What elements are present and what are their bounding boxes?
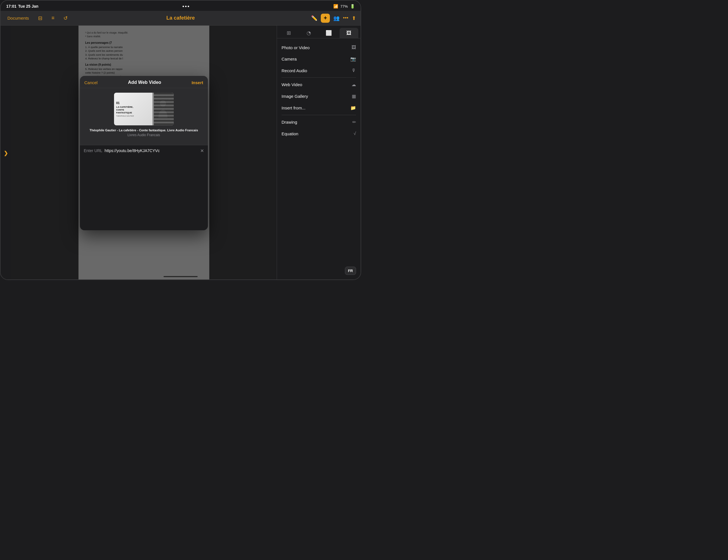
url-input[interactable] [105, 148, 198, 153]
chart-icon: ◔ [307, 30, 311, 36]
documents-button[interactable]: Documents [5, 15, 31, 22]
video-text-area: 01 LA CAFETIÈRE,CONTEFANTASTIQUE THÉOPHI… [114, 93, 152, 125]
pen-button[interactable]: ✏️ [311, 15, 317, 21]
fr-badge[interactable]: FR [345, 267, 356, 275]
video-author: THÉOPHILE GAUTIER [116, 115, 134, 117]
image-gallery-icon: ▦ [352, 94, 356, 99]
toolbar: Documents ⊟ ≡ ↺ La cafetière ✏️ + 👥 ••• … [1, 11, 361, 26]
modal-insert-button[interactable]: Insert [192, 80, 203, 85]
document-title: La cafetière [166, 15, 195, 21]
panel-tabs: ⊞ ◔ ⬜ 🖼 [277, 26, 361, 38]
status-right: 📶 77% 🔋 [333, 4, 355, 9]
document-area: ¹ Qui a du fard sur le visage. Maquillé.… [11, 26, 277, 280]
list-view-button[interactable]: ≡ [49, 14, 57, 22]
camera-label: Camera [282, 57, 297, 61]
menu-item-camera[interactable]: Camera 📷 [277, 53, 361, 65]
modal-header: Cancel Add Web Video Insert [80, 76, 208, 88]
add-button[interactable]: + [321, 14, 330, 23]
video-short-title: LA CAFETIÈRE,CONTEFANTASTIQUE [116, 106, 133, 114]
film-strip [154, 93, 174, 125]
collaborate-button[interactable]: 👥 [333, 15, 340, 21]
toolbar-title: La cafetière [90, 15, 271, 21]
add-web-video-modal: Cancel Add Web Video Insert [80, 76, 208, 230]
shape-icon: ⬜ [326, 30, 332, 36]
battery-icon: 🔋 [350, 4, 355, 9]
panel-menu: Photo or Video 🖼 Camera 📷 Record Audio 🎙… [277, 38, 361, 280]
url-label: Enter URL [84, 148, 102, 153]
folder-icon: 📁 [350, 105, 356, 111]
video-number: 01 [116, 101, 120, 105]
right-panel: ⊞ ◔ ⬜ 🖼 Photo or Video 🖼 Camera 📷 [277, 26, 361, 280]
sidebar-toggle-button[interactable]: ⊟ [36, 14, 45, 22]
menu-item-record-audio[interactable]: Record Audio 🎙 [277, 65, 361, 76]
modal-video-channel: Livres Audio Francais [127, 133, 160, 137]
web-video-label: Web Video [282, 82, 302, 87]
url-clear-button[interactable]: ✕ [200, 148, 204, 154]
menu-item-equation[interactable]: Equation √ [277, 128, 361, 139]
modal-cancel-button[interactable]: Cancel [84, 80, 98, 85]
menu-divider-1 [282, 77, 356, 78]
video-thumb-bg: 01 LA CAFETIÈRE,CONTEFANTASTIQUE THÉOPHI… [114, 93, 174, 125]
toolbar-left: Documents ⊟ ≡ ↺ [5, 14, 90, 22]
main-area: ❯ ¹ Qui a du fard sur le visage. Maquill… [1, 26, 361, 280]
left-sidebar[interactable]: ❯ [1, 26, 11, 280]
drawing-icon: ✏ [352, 119, 356, 125]
status-dot-3 [188, 6, 189, 7]
camera-icon: 📷 [350, 56, 356, 62]
tab-table[interactable]: ⊞ [279, 28, 298, 38]
media-icon: 🖼 [346, 30, 351, 36]
equation-icon: √ [353, 131, 356, 136]
photo-video-icon: 🖼 [351, 45, 356, 50]
modal-empty-body [80, 156, 208, 230]
status-bar: 17:01 Tue 25 Jan 📶 77% 🔋 [1, 1, 361, 11]
menu-item-image-gallery[interactable]: Image Gallery ▦ [277, 90, 361, 102]
menu-item-drawing[interactable]: Drawing ✏ [277, 116, 361, 128]
sidebar-chevron: ❯ [4, 150, 8, 156]
modal-preview: 01 LA CAFETIÈRE,CONTEFANTASTIQUE THÉOPHI… [80, 88, 208, 145]
web-video-icon: ☁ [351, 82, 356, 87]
toolbar-right: ✏️ + 👥 ••• ⬆ [271, 14, 356, 23]
photo-video-label: Photo or Video [282, 45, 310, 50]
image-gallery-label: Image Gallery [282, 94, 308, 99]
insert-from-label: Insert from... [282, 106, 305, 110]
menu-item-web-video[interactable]: Web Video ☁ [277, 79, 361, 90]
drawing-label: Drawing [282, 120, 297, 125]
status-date: Tue 25 Jan [18, 4, 38, 9]
modal-title: Add Web Video [128, 80, 161, 85]
more-button[interactable]: ••• [343, 15, 348, 21]
table-icon: ⊞ [287, 30, 291, 36]
modal-overlay: Cancel Add Web Video Insert [11, 26, 277, 280]
url-bar: Enter URL ✕ [80, 145, 208, 156]
share-button[interactable]: ⬆ [352, 15, 356, 21]
microphone-icon: 🎙 [351, 68, 356, 73]
record-audio-label: Record Audio [282, 68, 307, 73]
menu-item-insert-from[interactable]: Insert from... 📁 [277, 102, 361, 114]
status-time: 17:01 [6, 4, 16, 9]
menu-item-photo-video[interactable]: Photo or Video 🖼 [277, 42, 361, 53]
equation-label: Equation [282, 131, 298, 136]
video-thumbnail: 01 LA CAFETIÈRE,CONTEFANTASTIQUE THÉOPHI… [114, 93, 174, 125]
menu-divider-2 [282, 115, 356, 115]
status-center-dots [183, 6, 189, 7]
battery-text: 77% [340, 4, 348, 9]
status-dot-1 [183, 6, 184, 7]
tab-media[interactable]: 🖼 [340, 28, 359, 38]
tab-shape[interactable]: ⬜ [319, 28, 338, 38]
modal-video-title: Théophile Gautier - La cafetière - Conte… [86, 128, 202, 132]
status-dot-2 [185, 6, 187, 7]
wifi-icon: 📶 [333, 4, 338, 9]
tab-chart[interactable]: ◔ [299, 28, 319, 38]
undo-button[interactable]: ↺ [61, 14, 70, 22]
